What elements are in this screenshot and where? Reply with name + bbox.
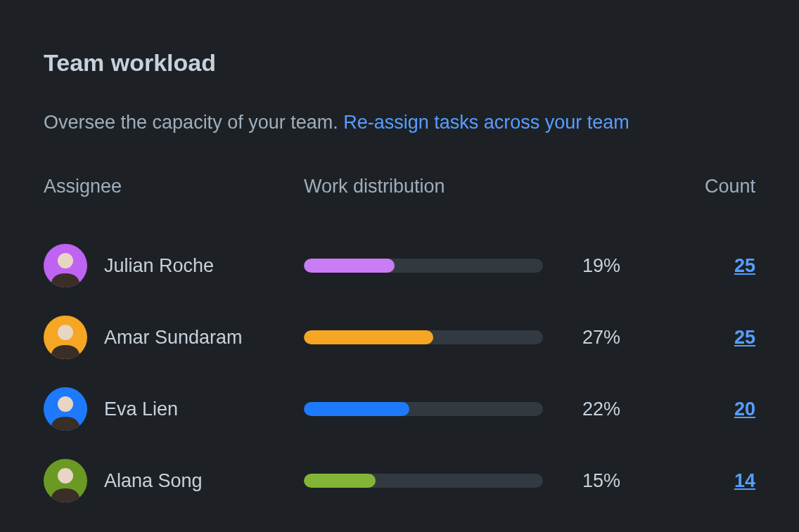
distribution-percent: 15% <box>571 470 620 492</box>
count-link[interactable]: 25 <box>671 255 755 277</box>
page-title: Team workload <box>44 49 755 77</box>
progress-bar <box>304 330 543 344</box>
workload-table: Assignee Work distribution Count Julian … <box>44 176 755 517</box>
distribution-cell: 15% <box>304 470 671 492</box>
assignee-name: Alana Song <box>104 470 203 492</box>
avatar <box>44 387 87 431</box>
assignee-cell: Julian Roche <box>44 244 304 287</box>
distribution-cell: 19% <box>304 255 671 277</box>
distribution-percent: 27% <box>571 327 620 349</box>
progress-bar <box>304 474 543 488</box>
page-subtitle: Oversee the capacity of your team. Re-as… <box>44 112 755 134</box>
col-header-assignee: Assignee <box>44 176 304 197</box>
avatar <box>44 459 87 502</box>
subtitle-text: Oversee the capacity of your team. <box>44 112 343 133</box>
col-header-count: Count <box>671 176 755 197</box>
progress-bar <box>304 402 543 416</box>
team-workload-panel: Team workload Oversee the capacity of yo… <box>0 0 799 532</box>
avatar-icon <box>44 459 87 502</box>
distribution-cell: 22% <box>304 398 671 420</box>
svg-point-8 <box>58 396 73 412</box>
distribution-cell: 27% <box>304 327 671 349</box>
col-header-distribution: Work distribution <box>304 176 671 197</box>
avatar <box>44 316 87 359</box>
table-row: Alana Song 15% 14 <box>44 445 755 517</box>
assignee-name: Eva Lien <box>104 398 178 420</box>
avatar-icon <box>44 316 87 359</box>
progress-fill <box>304 474 376 488</box>
table-row: Julian Roche 19% 25 <box>44 230 755 301</box>
count-link[interactable]: 25 <box>671 327 755 349</box>
table-body: Julian Roche 19% 25 Amar Sundaram 27% 25 <box>44 230 755 517</box>
assignee-name: Julian Roche <box>104 255 214 277</box>
reassign-link[interactable]: Re-assign tasks across your team <box>343 112 629 133</box>
assignee-name: Amar Sundaram <box>104 327 243 349</box>
table-header-row: Assignee Work distribution Count <box>44 176 755 197</box>
table-row: Amar Sundaram 27% 25 <box>44 301 755 373</box>
progress-bar <box>304 259 543 273</box>
distribution-percent: 19% <box>571 255 620 277</box>
avatar <box>44 244 87 287</box>
avatar-icon <box>44 244 87 287</box>
assignee-cell: Amar Sundaram <box>44 316 304 359</box>
count-link[interactable]: 20 <box>671 398 755 420</box>
assignee-cell: Eva Lien <box>44 387 304 431</box>
distribution-percent: 22% <box>571 398 620 420</box>
svg-point-2 <box>58 253 73 268</box>
progress-fill <box>304 259 395 273</box>
assignee-cell: Alana Song <box>44 459 304 502</box>
table-row: Eva Lien 22% 20 <box>44 373 755 445</box>
count-link[interactable]: 14 <box>671 470 755 492</box>
progress-fill <box>304 402 409 416</box>
progress-fill <box>304 330 433 344</box>
svg-point-11 <box>58 468 73 484</box>
avatar-icon <box>44 387 87 431</box>
svg-point-5 <box>58 325 73 340</box>
